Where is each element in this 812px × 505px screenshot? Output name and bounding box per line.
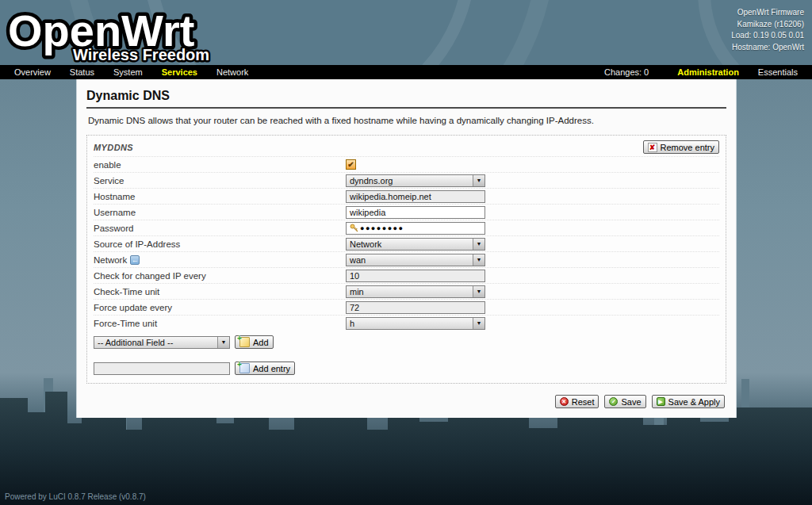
nav-administration[interactable]: Administration (668, 67, 749, 77)
field-label: Password (94, 224, 134, 233)
firmware-version: Kamikaze (r16206) (731, 19, 804, 31)
form-row: enable ✔ (94, 156, 719, 172)
field-label: Username (94, 208, 136, 217)
add-note-icon: + (239, 337, 250, 347)
nav-status[interactable]: Status (60, 67, 104, 77)
service-select[interactable]: dyndns.org▼ (346, 174, 485, 187)
field-label: Source of IP-Address (94, 239, 180, 249)
openwrt-logo: OpenWrt Wireless Freedom (3, 0, 273, 65)
reset-label: Reset (572, 397, 595, 407)
chevron-down-icon: ▼ (473, 239, 485, 250)
logo-subtitle: Wireless Freedom (73, 46, 209, 63)
save-apply-button[interactable]: ▶ Save & Apply (652, 395, 725, 408)
chevron-down-icon: ▼ (473, 286, 485, 297)
form-row: Network ← wan▼ (94, 251, 719, 267)
form-row: Check for changed IP every 10 (94, 267, 719, 283)
chevron-down-icon: ▼ (473, 254, 485, 266)
firmware-name: OpenWrt Firmware (731, 7, 804, 19)
chevron-down-icon: ▼ (473, 318, 485, 329)
content-panel: Dynamic DNS Dynamic DNS allows that your… (77, 79, 736, 418)
add-field-button[interactable]: + Add (235, 335, 274, 349)
nav-network[interactable]: Network (207, 67, 258, 77)
form-row: Force-Time unit h▼ (94, 315, 719, 331)
additional-field-select[interactable]: -- Additional Field -- ▼ (94, 336, 230, 349)
revert-icon[interactable]: ← (130, 255, 140, 265)
page-description: Dynamic DNS allows that your router can … (88, 116, 726, 125)
main-nav: Overview Status System Services Network … (0, 65, 812, 79)
hostname: Hostname: OpenWrt (731, 42, 804, 54)
plus-icon: + (237, 360, 242, 369)
check-unit-select[interactable]: min▼ (346, 285, 485, 298)
reset-button[interactable]: ✕ Reset (555, 395, 599, 408)
add-entry-button[interactable]: + Add entry (235, 362, 295, 375)
save-button[interactable]: ✓ Save (604, 395, 645, 408)
fieldset-header: MYDDNS ✘ Remove entry (94, 138, 719, 156)
action-buttons: ✕ Reset ✓ Save ▶ Save & Apply (86, 395, 726, 408)
nav-essentials[interactable]: Essentials (749, 67, 807, 77)
field-label: Force update every (94, 303, 172, 312)
enable-checkbox[interactable]: ✔ (346, 159, 356, 170)
add-entry-label: Add entry (253, 364, 290, 373)
firmware-info: OpenWrt Firmware Kamikaze (r16206) Load:… (731, 7, 804, 53)
additional-field-value: -- Additional Field -- (94, 338, 217, 347)
field-label: Network (94, 255, 127, 265)
nav-overview[interactable]: Overview (5, 67, 60, 77)
nav-services[interactable]: Services (152, 67, 207, 77)
field-label: Force-Time unit (94, 319, 157, 328)
plus-icon: + (237, 334, 242, 342)
remove-entry-button[interactable]: ✘ Remove entry (643, 140, 719, 154)
add-field-label: Add (253, 338, 269, 347)
add-entry-row: + Add entry (94, 362, 719, 375)
nav-changes[interactable]: Changes: 0 (585, 67, 668, 77)
new-entry-input[interactable] (94, 362, 230, 375)
add-entry-icon: + (239, 363, 250, 373)
form-row: Service dyndns.org▼ (94, 172, 719, 188)
form-row: Check-Time unit min▼ (94, 283, 719, 299)
header-banner: OpenWrt Wireless Freedom OpenWrt Firmwar… (0, 0, 812, 65)
page-title: Dynamic DNS (86, 87, 726, 109)
key-icon (350, 224, 358, 232)
field-label: Check for changed IP every (94, 271, 206, 281)
ddns-fieldset: MYDDNS ✘ Remove entry enable ✔ Service d… (86, 135, 726, 384)
chevron-down-icon: ▼ (217, 337, 229, 348)
field-label: Hostname (94, 192, 135, 201)
remove-icon: ✘ (648, 143, 657, 152)
password-input[interactable]: ●●●●●●●● (346, 222, 485, 235)
field-label: enable (94, 160, 121, 170)
force-unit-select[interactable]: h▼ (346, 317, 485, 330)
nav-right-group: Changes: 0 Administration Essentials (585, 67, 807, 77)
chevron-down-icon: ▼ (473, 175, 485, 186)
check-interval-input[interactable]: 10 (346, 270, 485, 282)
remove-entry-label: Remove entry (661, 143, 714, 152)
section-name: MYDDNS (94, 143, 133, 152)
nav-system[interactable]: System (104, 67, 152, 77)
username-input[interactable]: wikipedia (346, 206, 485, 219)
save-apply-label: Save & Apply (668, 397, 720, 407)
form-row: Source of IP-Address Network▼ (94, 235, 719, 251)
form-row: Hostname wikipedia.homeip.net (94, 188, 719, 204)
field-label: Check-Time unit (94, 287, 159, 296)
additional-field-row: -- Additional Field -- ▼ + Add (94, 335, 719, 349)
load-average: Load: 0.19 0.05 0.01 (731, 30, 804, 42)
form-row: Force update every 72 (94, 299, 719, 315)
reset-icon: ✕ (560, 397, 569, 406)
ip-source-select[interactable]: Network▼ (346, 238, 485, 251)
form-row: Password ●●●●●●●● (94, 220, 719, 235)
hostname-input[interactable]: wikipedia.homeip.net (346, 190, 485, 203)
save-icon: ✓ (609, 397, 618, 406)
save-label: Save (621, 397, 641, 407)
field-label: Service (94, 176, 124, 186)
form-row: Username wikipedia (94, 204, 719, 220)
apply-icon: ▶ (657, 397, 665, 406)
network-select[interactable]: wan▼ (346, 254, 485, 266)
force-interval-input[interactable]: 72 (346, 301, 485, 314)
footer-credit: Powered by LuCI 0.8.7 Release (v0.8.7) (5, 492, 146, 501)
form-rows: enable ✔ Service dyndns.org▼ Hostname wi… (94, 156, 719, 331)
